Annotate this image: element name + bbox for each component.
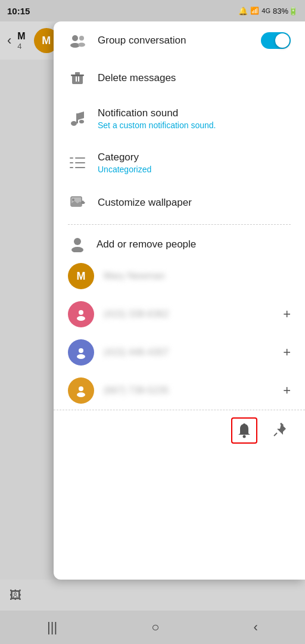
svg-rect-12 <box>70 157 73 159</box>
chat-subtitle: 4 <box>17 42 25 51</box>
battery-icon: 83%🔋 <box>273 7 298 16</box>
svg-point-20 <box>72 199 74 201</box>
svg-point-26 <box>77 354 85 359</box>
toggle-knob <box>275 33 290 48</box>
svg-rect-6 <box>71 75 84 76</box>
svg-rect-7 <box>76 76 77 82</box>
add-remove-people-section[interactable]: Add or remove people <box>54 228 305 257</box>
list-icon <box>68 156 87 169</box>
group-conversation-toggle[interactable] <box>261 32 291 49</box>
people-icon <box>68 33 87 48</box>
group-conversation-item[interactable]: Group conversation <box>54 21 305 60</box>
svg-rect-16 <box>75 162 85 163</box>
signal-icon: 4G <box>262 7 270 14</box>
category-sublabel: Uncategorized <box>98 165 151 174</box>
notification-sound-label: Notification sound <box>98 107 216 119</box>
pin-button[interactable] <box>267 417 293 444</box>
svg-point-29 <box>243 435 246 438</box>
toggle-switch[interactable] <box>261 32 291 49</box>
notification-sound-item[interactable]: Notification sound Set a custom notifica… <box>54 97 305 141</box>
person-avatar-1: M <box>68 263 94 289</box>
settings-panel: Group conversation Delete messages <box>54 21 305 580</box>
svg-rect-17 <box>75 167 85 168</box>
chat-toolbar: 🖼 <box>0 580 305 611</box>
notification-sound-sublabel: Set a custom notification sound. <box>98 120 216 130</box>
person-name-4: (667) 738-5235 <box>104 385 273 396</box>
svg-rect-10 <box>76 113 78 123</box>
svg-point-23 <box>79 310 83 315</box>
nav-back-icon[interactable]: ‹ <box>254 620 258 635</box>
svg-point-24 <box>77 316 85 321</box>
divider-1 <box>68 224 291 225</box>
person-item-1[interactable]: M Mary Newman <box>54 257 305 295</box>
delete-messages-text: Delete messages <box>98 72 176 84</box>
nav-home-icon[interactable]: ○ <box>151 620 159 635</box>
svg-point-2 <box>79 36 84 41</box>
delete-messages-item[interactable]: Delete messages <box>54 60 305 97</box>
svg-rect-13 <box>70 162 73 163</box>
add-remove-people-label: Add or remove people <box>97 239 196 250</box>
wallpaper-icon <box>68 196 87 210</box>
chat-title: M <box>17 31 25 42</box>
person-icon <box>68 237 87 252</box>
person-name-2: (415) 338-6362 <box>104 309 273 320</box>
group-conversation-label: Group conversation <box>98 35 186 47</box>
svg-point-3 <box>78 43 85 47</box>
person-avatar-2 <box>68 301 94 327</box>
delete-messages-label: Delete messages <box>98 72 176 84</box>
svg-point-25 <box>79 348 83 353</box>
chat-header-info: M 4 <box>17 31 25 51</box>
svg-rect-8 <box>78 76 79 82</box>
wifi-icon: 📶 <box>250 7 259 15</box>
status-bar: 10:15 🔔 📶 4G 83%🔋 <box>0 0 305 21</box>
panel-bottom-bar <box>54 410 305 451</box>
svg-point-22 <box>71 247 83 252</box>
add-person-4-button[interactable]: + <box>283 383 291 398</box>
add-person-2-button[interactable]: + <box>283 306 291 322</box>
person-item-4[interactable]: (667) 738-5235 + <box>54 371 305 410</box>
trash-icon <box>68 70 87 86</box>
svg-point-0 <box>72 35 78 41</box>
person-item-2[interactable]: (415) 338-6362 + <box>54 295 305 333</box>
svg-point-27 <box>79 386 83 391</box>
svg-rect-15 <box>75 157 85 159</box>
svg-line-31 <box>274 433 277 436</box>
notification-sound-text: Notification sound Set a custom notifica… <box>98 107 216 130</box>
svg-rect-14 <box>70 167 73 168</box>
category-text: Category Uncategorized <box>98 151 151 174</box>
person-avatar-4 <box>68 377 94 404</box>
svg-point-21 <box>74 238 81 245</box>
category-label: Category <box>98 151 151 163</box>
status-icons: 🔔 📶 4G 83%🔋 <box>238 7 298 16</box>
add-person-3-button[interactable]: + <box>283 345 291 360</box>
person-name-1: Mary Newman <box>104 271 291 281</box>
svg-rect-5 <box>75 72 80 75</box>
customize-wallpaper-label: Customize wallpaper <box>98 197 192 209</box>
customize-wallpaper-text: Customize wallpaper <box>98 197 192 209</box>
svg-rect-30 <box>243 423 245 425</box>
group-conversation-text: Group conversation <box>98 35 186 47</box>
bottom-nav: ||| ○ ‹ <box>0 611 305 644</box>
status-time: 10:15 <box>7 6 30 16</box>
person-item-3[interactable]: (415) 446-4307 + <box>54 333 305 371</box>
alarm-icon: 🔔 <box>238 7 248 16</box>
svg-point-9 <box>71 121 77 126</box>
customize-wallpaper-item[interactable]: Customize wallpaper <box>54 185 305 221</box>
person-name-3: (415) 446-4307 <box>104 347 273 358</box>
svg-point-11 <box>79 120 84 123</box>
nav-menu-icon[interactable]: ||| <box>47 620 57 635</box>
category-item[interactable]: Category Uncategorized <box>54 141 305 185</box>
image-icon[interactable]: 🖼 <box>10 589 21 602</box>
person-avatar-3 <box>68 339 94 366</box>
svg-point-28 <box>77 392 85 397</box>
bell-button[interactable] <box>231 417 257 444</box>
music-icon <box>68 111 87 126</box>
back-button[interactable]: ‹ <box>7 33 11 48</box>
